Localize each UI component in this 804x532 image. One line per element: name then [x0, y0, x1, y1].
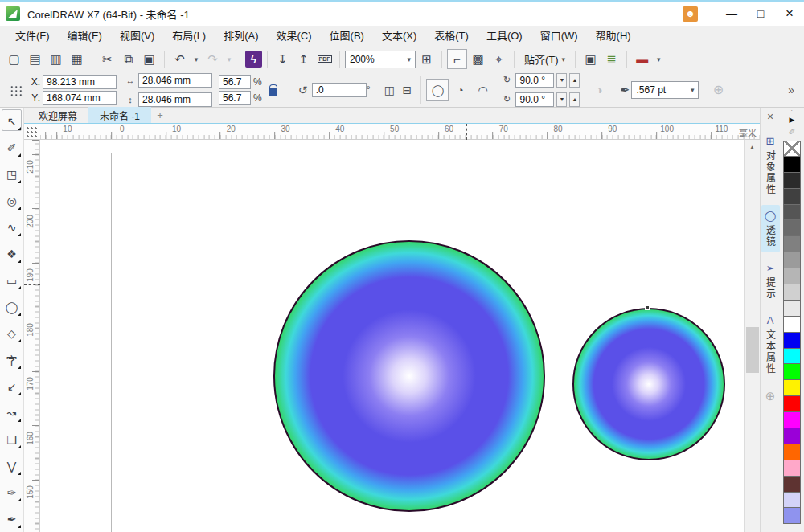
palette-swatch[interactable]	[783, 205, 801, 221]
welcome-screen-button[interactable]: ▬	[632, 49, 652, 69]
menu-item[interactable]: 工具(O)	[478, 26, 531, 47]
import-button[interactable]: ↧	[273, 49, 293, 69]
user-account-icon[interactable]: ☻	[683, 6, 698, 22]
options-button[interactable]: ▣	[580, 49, 601, 69]
application-launcher-button[interactable]: ≣	[601, 49, 621, 69]
scroll-up-icon[interactable]: ▲	[745, 140, 760, 154]
selection-node[interactable]	[645, 305, 650, 310]
spin-up-icon[interactable]: ▲	[569, 73, 580, 88]
connector-tool[interactable]: ↝	[0, 399, 23, 426]
scale-y-input[interactable]: 56.7	[219, 91, 251, 105]
show-guidelines-button[interactable]: ⌖	[489, 49, 509, 69]
object-height-input[interactable]: 28.046 mm	[138, 92, 212, 107]
minimize-button[interactable]: —	[717, 2, 746, 26]
cut-button[interactable]: ✂	[97, 49, 117, 69]
palette-swatch[interactable]	[783, 364, 801, 380]
spin-down-icon[interactable]: ▼	[556, 92, 567, 107]
publish-pdf-button[interactable]: PDF	[314, 49, 334, 69]
y-position-input[interactable]: 168.074 mm	[43, 91, 117, 105]
palette-grip-icon[interactable]: ⋮	[789, 108, 796, 114]
rectangle-tool[interactable]: ▭	[0, 267, 23, 293]
quick-customize-icon[interactable]: ⊕	[765, 389, 776, 403]
docker-tab-object-properties[interactable]: ⊞ 对象属性	[761, 130, 780, 200]
pie-mode-button[interactable]: ◔	[449, 79, 471, 101]
freehand-tool[interactable]: ∿	[0, 214, 23, 240]
search-content-button[interactable]: ϟ	[245, 51, 262, 68]
object-width-input[interactable]: 28.046 mm	[138, 73, 212, 88]
crop-tool[interactable]: ◳	[0, 161, 23, 187]
end-angle-input[interactable]: 90.0 °	[515, 92, 554, 107]
tab-welcome-screen[interactable]: 欢迎屏幕	[27, 107, 88, 123]
menu-item[interactable]: 表格(T)	[425, 26, 478, 47]
menu-item[interactable]: 布局(L)	[163, 26, 215, 47]
scrollbar-thumb[interactable]	[746, 327, 759, 373]
palette-swatch[interactable]	[783, 157, 801, 173]
text-tool[interactable]: 字	[0, 346, 23, 373]
palette-swatch[interactable]	[783, 428, 801, 444]
outline-width-select[interactable]: .567 pt ▾	[631, 81, 699, 99]
palette-swatch[interactable]	[783, 252, 801, 268]
tab-untitled-1[interactable]: 未命名 -1	[88, 107, 151, 123]
start-angle-input[interactable]: 90.0 °	[515, 73, 554, 88]
ruler-origin-icon[interactable]	[26, 126, 39, 137]
ellipse-mode-button[interactable]: ◯	[426, 79, 449, 101]
arc-mode-button[interactable]: ◠	[471, 79, 494, 101]
docker-tab-lens[interactable]: ◯ 透镜	[761, 205, 780, 252]
large-rainbow-circle[interactable]	[273, 240, 545, 512]
palette-swatch[interactable]	[783, 317, 801, 333]
maximize-button[interactable]: □	[746, 2, 775, 26]
menu-item[interactable]: 视图(V)	[111, 26, 163, 47]
drawing-canvas[interactable]	[40, 140, 744, 532]
vertical-ruler[interactable]: 210200190180170160150140	[24, 140, 40, 532]
palette-swatch[interactable]	[783, 236, 801, 252]
palette-swatch[interactable]	[783, 412, 801, 428]
docker-tab-text-properties[interactable]: A 文本属性	[761, 309, 780, 379]
docker-close-icon[interactable]: ×	[761, 108, 780, 125]
vertical-scrollbar[interactable]: ▲	[744, 140, 760, 532]
docker-tab-hints[interactable]: ➢ 提示	[761, 257, 780, 305]
scale-x-input[interactable]: 56.7	[219, 75, 251, 89]
menu-item[interactable]: 文件(F)	[6, 26, 59, 47]
eyedropper-icon[interactable]: ✐	[788, 125, 795, 138]
new-tab-button[interactable]: +	[151, 107, 169, 123]
save-button[interactable]: ▥	[46, 49, 66, 69]
drop-shadow-tool[interactable]: ❑	[0, 426, 23, 452]
palette-swatch[interactable]	[783, 444, 801, 460]
palette-swatch[interactable]	[783, 508, 801, 524]
small-rainbow-circle[interactable]	[572, 308, 725, 460]
paste-button[interactable]: ▣	[139, 49, 159, 69]
spin-down-icon[interactable]: ▼	[556, 73, 567, 88]
x-position-input[interactable]: 98.213 mm	[43, 75, 117, 89]
dimension-tool[interactable]: ↙	[0, 373, 23, 399]
redo-button[interactable]: ↷	[203, 49, 223, 69]
redo-dropdown-icon[interactable]: ▾	[224, 49, 235, 69]
palette-swatch[interactable]	[783, 141, 801, 157]
undo-dropdown-icon[interactable]: ▾	[191, 49, 202, 69]
copy-button[interactable]: ⧉	[118, 49, 138, 69]
palette-flyout-icon[interactable]: ▶	[790, 114, 795, 125]
spin-up-icon[interactable]: ▲	[569, 92, 580, 107]
palette-swatch[interactable]	[783, 301, 801, 317]
palette-swatch[interactable]	[783, 477, 801, 493]
menu-item[interactable]: 帮助(H)	[587, 26, 640, 47]
menu-item[interactable]: 窗口(W)	[531, 26, 587, 47]
palette-swatch[interactable]	[783, 268, 801, 284]
menu-item[interactable]: 文本(X)	[373, 26, 425, 47]
palette-swatch[interactable]	[783, 493, 801, 509]
palette-swatch[interactable]	[783, 460, 801, 477]
print-button[interactable]: ▦	[67, 49, 87, 69]
add-preset-button[interactable]: ⊕	[709, 81, 727, 99]
zoom-level-select[interactable]: 200% ▾	[345, 51, 416, 68]
welcome-dropdown-icon[interactable]: ▾	[653, 49, 664, 69]
rotation-angle-input[interactable]: .0	[312, 83, 367, 97]
menu-item[interactable]: 排列(A)	[215, 26, 267, 47]
new-document-button[interactable]: ▢	[4, 49, 24, 69]
palette-swatch[interactable]	[783, 396, 801, 412]
palette-swatch[interactable]	[783, 333, 801, 349]
undo-button[interactable]: ↶	[170, 49, 190, 69]
shape-tool[interactable]: ✐	[0, 134, 23, 161]
show-rulers-button[interactable]: ⌐	[447, 49, 467, 69]
open-button[interactable]: ▤	[25, 49, 45, 69]
transparency-tool[interactable]: ⋁	[0, 452, 23, 479]
fullscreen-preview-button[interactable]: ⊞	[416, 49, 437, 69]
